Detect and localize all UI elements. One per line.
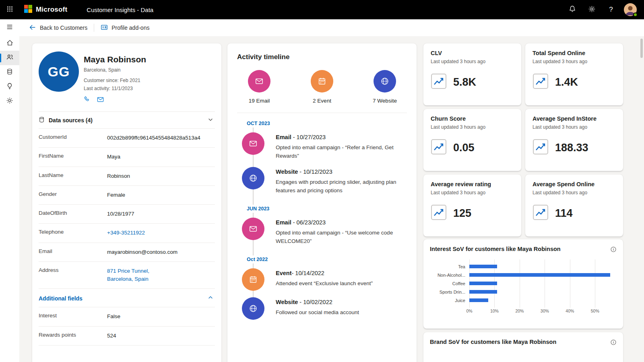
page-command-bar: Back to Customers Profile add-ons: [19, 19, 644, 36]
bar: [469, 290, 497, 294]
timeline-entry[interactable]: Website - 10/02/2022 Followed our social…: [242, 297, 407, 320]
bar-track: [469, 296, 613, 304]
notifications-button[interactable]: [564, 2, 580, 18]
line-chart-icon: [431, 73, 447, 91]
line-chart-icon: [533, 139, 549, 156]
interest-sov-card: Interest SoV for customers like Maya Rob…: [423, 239, 623, 329]
kpi-title: Average Spend Online: [533, 181, 616, 187]
profile-addons-label: Profile add-ons: [111, 25, 149, 31]
timeline-period: Oct 2022: [244, 255, 271, 263]
brand-sov-title: Brand SoV for customers like Maya Robins…: [430, 339, 556, 345]
kpi-title: Total Spend Online: [533, 50, 616, 56]
kpi-card-churn-score[interactable]: Churn Score Last updated 3 hours ago 0.0…: [423, 109, 521, 171]
field-value: 10/28/1977: [107, 210, 134, 218]
info-icon[interactable]: [610, 246, 617, 254]
bar: [469, 265, 497, 268]
back-to-customers-button[interactable]: Back to Customers: [29, 24, 87, 32]
bar-category-label: Sports Drin...: [430, 290, 469, 294]
field-value: Robinson: [107, 172, 130, 180]
sidebar-item-data[interactable]: [0, 65, 19, 80]
kpi-value: 125: [453, 207, 471, 220]
account-button[interactable]: [622, 2, 638, 18]
kpi-card-total-spend-online[interactable]: Total Spend Online Last updated 3 hours …: [525, 43, 623, 105]
entry-description: Attended event “Exclusive launch event”: [276, 280, 398, 288]
kpi-grid: CLV Last updated 3 hours ago 5.8K Total …: [423, 43, 623, 237]
settings-button[interactable]: [584, 2, 600, 18]
website-icon: [242, 167, 264, 189]
line-chart-icon: [431, 139, 447, 156]
field-value: Maya: [107, 153, 120, 161]
app-title: Customer Insights - Data: [87, 6, 153, 13]
additional-fields-toggle[interactable]: Additional fields: [39, 289, 215, 307]
sidebar-item-customers[interactable]: [0, 51, 19, 65]
left-nav-rail: [0, 19, 19, 362]
vertical-scrollbar[interactable]: [640, 39, 643, 58]
x-tick-label: 30%: [541, 309, 549, 313]
summary-website[interactable]: 7 Website: [367, 70, 403, 104]
bar-category-label: Coffee: [430, 281, 469, 286]
help-button[interactable]: ?: [603, 2, 619, 18]
x-tick-label: 50%: [591, 309, 599, 313]
kpi-card-average-spend-online[interactable]: Average Spend Online Last updated 3 hour…: [525, 175, 623, 237]
summary-website-label: 7 Website: [373, 98, 397, 104]
customer-since: Customer since: Feb 2021: [84, 78, 146, 83]
sidebar-item-home[interactable]: [0, 36, 19, 51]
table-row: Address 871 Price Tunnel, Barcelona, Spa…: [39, 262, 215, 289]
bar-track: [469, 271, 613, 279]
divider: [237, 113, 407, 113]
timeline-entry[interactable]: Event- 10/14/2022 Attended event “Exclus…: [242, 268, 407, 291]
interest-sov-title: Interest SoV for customers like Maya Rob…: [430, 246, 561, 252]
kpi-card-clv[interactable]: CLV Last updated 3 hours ago 5.8K: [423, 43, 521, 105]
timeline-entry[interactable]: Email - 06/23/2023 Opted into email camp…: [242, 218, 407, 246]
database-icon: [39, 117, 45, 124]
field-value: 524: [107, 332, 116, 340]
microsoft-logo-icon: [24, 5, 32, 14]
profile-addons-button[interactable]: Profile add-ons: [101, 24, 149, 32]
kpi-title: CLV: [431, 50, 514, 56]
summary-email[interactable]: 19 Email: [241, 70, 277, 104]
activity-timeline-card: Activity timeline 19 Email: [227, 43, 417, 362]
data-sources-toggle[interactable]: Data sources (4): [39, 111, 215, 129]
x-tick-label: 10%: [490, 309, 499, 313]
back-arrow-icon: [29, 24, 36, 32]
entry-description: Engages with product pricing slider, adj…: [276, 178, 398, 195]
bar-row: Sports Drin...: [430, 288, 617, 296]
summary-event[interactable]: 2 Event: [304, 70, 340, 104]
email-button[interactable]: [97, 96, 104, 105]
timeline-entry[interactable]: Email - 10/27/2023 Opted into email camp…: [242, 132, 407, 160]
sidebar-item-insights[interactable]: [0, 80, 19, 94]
x-tick-label: 40%: [566, 309, 574, 313]
timeline-entry[interactable]: Website - 10/12/2023 Engages with produc…: [242, 167, 407, 195]
contact-card-icon: [101, 24, 108, 32]
help-icon: ?: [609, 6, 613, 14]
address-link[interactable]: 871 Price Tunnel, Barcelona, Spain: [107, 267, 149, 284]
kpi-card-average-review-rating[interactable]: Average review rating Last updated 3 hou…: [423, 175, 521, 237]
website-icon: [242, 297, 264, 320]
entry-description: Opted into email campaign - “Refer a Fri…: [276, 144, 398, 160]
bar: [469, 282, 497, 285]
field-label: Gender: [39, 191, 107, 197]
address-line-1: 871 Price Tunnel,: [107, 268, 149, 274]
customers-icon: [6, 53, 14, 63]
waffle-icon: [6, 6, 13, 14]
app-launcher-button[interactable]: [0, 0, 19, 19]
kpi-card-average-spend-instore[interactable]: Average Spend InStore Last updated 3 hou…: [525, 109, 623, 171]
field-label: Telephone: [39, 229, 107, 235]
timeline-title: Activity timeline: [237, 53, 407, 61]
kpi-value: 5.8K: [453, 76, 476, 88]
kpi-updated: Last updated 3 hours ago: [431, 124, 514, 130]
bell-icon: [569, 5, 576, 14]
home-icon: [6, 39, 14, 48]
mail-icon: [97, 98, 104, 105]
table-row: Gender Female: [39, 186, 215, 205]
call-button[interactable]: [84, 96, 91, 105]
info-icon[interactable]: [610, 339, 617, 347]
table-row: Email mayarobinson@contoso.com: [39, 243, 215, 262]
nav-expand-button[interactable]: [0, 19, 19, 36]
sidebar-item-settings[interactable]: [0, 94, 19, 109]
table-row: Interest False: [39, 307, 215, 326]
divider: [94, 24, 94, 32]
field-label: Address: [39, 267, 107, 273]
telephone-link[interactable]: +349-35211922: [107, 229, 145, 237]
email-icon: [248, 70, 270, 93]
